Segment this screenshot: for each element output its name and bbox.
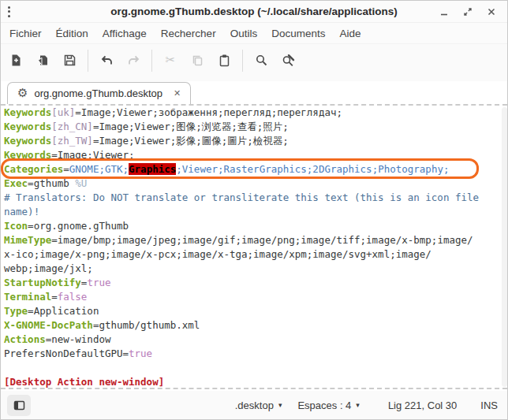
code-line: Icon=org.gnome.gThumb [1, 219, 507, 233]
code-line: Categories=GNOME;GTK;Graphics;Viewer;Ras… [1, 162, 507, 177]
code-line: x-ico;image/x-png;image/x-pcx;image/x-tg… [1, 247, 507, 262]
open-document-icon [36, 54, 50, 67]
search-replace-icon [282, 54, 295, 67]
code-line [1, 361, 507, 375]
chevron-down-icon: ▾ [278, 401, 282, 409]
paste-icon [218, 54, 231, 67]
save-icon [63, 54, 77, 67]
menu-aide[interactable]: Aide [332, 25, 368, 42]
window-menu-icon[interactable] [8, 6, 10, 17]
redo-icon [127, 54, 140, 67]
chevron-down-icon: ▾ [356, 401, 360, 409]
paste-button[interactable] [211, 49, 237, 72]
statusbar-right: .desktop ▾ Espaces : 4 ▾ Lig 221, Col 30… [227, 396, 498, 414]
window-title: org.gnome.gThumb.desktop (~/.local/share… [1, 6, 507, 17]
language-selector[interactable]: .desktop ▾ [227, 396, 290, 414]
menubar: Fichier Édition Affichage Rechercher Out… [1, 23, 507, 44]
code-line: StartupNotify=true [1, 276, 507, 290]
search-replace-button[interactable] [275, 49, 301, 72]
restore-button[interactable] [460, 4, 476, 20]
undo-button[interactable] [93, 49, 120, 72]
close-button[interactable] [484, 4, 499, 20]
code-line: Keywords[zh_CN]=Image;Viewer;图像;浏览器;查看;照… [1, 120, 507, 134]
code-line: Terminal=false [1, 290, 507, 304]
code-line: PrefersNonDefaultGPU=true [1, 347, 507, 361]
code-line: # Translators: Do NOT translate or trans… [1, 191, 507, 205]
redo-button[interactable] [120, 49, 147, 72]
toolbar: ✂ [1, 44, 507, 81]
menu-fichier[interactable]: Fichier [2, 25, 49, 42]
copy-button[interactable] [184, 49, 211, 72]
code-line: Actions=new-window [1, 333, 507, 347]
undo-icon [100, 54, 114, 67]
bottom-dashed-line [1, 388, 507, 389]
text-editor[interactable]: Keywords[uk]=Image;Viewer;зображення;пер… [1, 104, 507, 391]
gear-icon: ⚙ [17, 87, 28, 99]
code-line: Type=Application [1, 304, 507, 318]
menu-outils[interactable]: Outils [223, 25, 265, 42]
minimize-icon [439, 6, 450, 17]
toolbar-separator [242, 50, 243, 72]
code-line: Exec=gthumb %U [1, 177, 507, 191]
titlebar[interactable]: org.gnome.gThumb.desktop (~/.local/share… [1, 1, 507, 23]
open-document-button[interactable] [29, 49, 56, 72]
gedit-window: org.gnome.gThumb.desktop (~/.local/share… [0, 0, 508, 420]
window-controls [436, 4, 507, 20]
code-line: name)! [1, 205, 507, 219]
statusbar: .desktop ▾ Espaces : 4 ▾ Lig 221, Col 30… [1, 391, 507, 419]
search-icon [255, 54, 268, 67]
code-line: webp;image/jxl; [1, 262, 507, 276]
tab-width-selector[interactable]: Espaces : 4 ▾ [289, 396, 367, 414]
minimize-button[interactable] [436, 4, 452, 20]
new-document-button[interactable] [2, 49, 29, 72]
toolbar-separator [88, 50, 88, 72]
search-button[interactable] [248, 49, 275, 72]
restore-icon [462, 6, 473, 17]
side-panel-toggle-button[interactable] [7, 395, 31, 416]
cut-button[interactable]: ✂ [157, 49, 184, 72]
code-line: X-GNOME-DocPath=gthumb/gthumb.xml [1, 318, 507, 333]
menu-documents[interactable]: Documents [264, 25, 332, 42]
tabbar: ⚙ org.gnome.gThumb.desktop ✕ [1, 81, 507, 104]
tab-label: org.gnome.gThumb.desktop [34, 87, 162, 99]
code-line: Keywords[uk]=Image;Viewer;зображення;пер… [1, 106, 507, 120]
copy-icon [191, 54, 204, 67]
tab-width-label: Espaces : 4 [297, 400, 351, 411]
cursor-position: Lig 221, Col 30 [388, 400, 457, 411]
tab-close-icon[interactable]: ✕ [174, 88, 181, 98]
new-document-icon [9, 54, 23, 67]
tab-org-gnome-gthumb-desktop[interactable]: ⚙ org.gnome.gThumb.desktop ✕ [7, 82, 191, 104]
code-line: Keywords=Image;Viewer; [1, 148, 507, 162]
code-line: MimeType=image/bmp;image/jpeg;image/gif;… [1, 233, 507, 247]
code-line: Keywords[zh_TW]=Image;Viewer;影像;圖像;圖片;檢視… [1, 134, 507, 148]
menu-rechercher[interactable]: Rechercher [154, 25, 223, 42]
side-panel-icon [13, 399, 26, 412]
toolbar-separator [151, 50, 152, 72]
save-button[interactable] [56, 49, 83, 72]
menu-affichage[interactable]: Affichage [95, 25, 154, 42]
language-label: .desktop [235, 400, 274, 411]
input-mode-indicator: INS [480, 400, 498, 411]
vertical-scrollbar[interactable] [502, 107, 507, 387]
menu-edition[interactable]: Édition [49, 25, 95, 42]
close-icon [486, 6, 497, 17]
scissors-icon: ✂ [166, 54, 176, 66]
editor-content: Keywords[uk]=Image;Viewer;зображення;пер… [1, 106, 507, 389]
